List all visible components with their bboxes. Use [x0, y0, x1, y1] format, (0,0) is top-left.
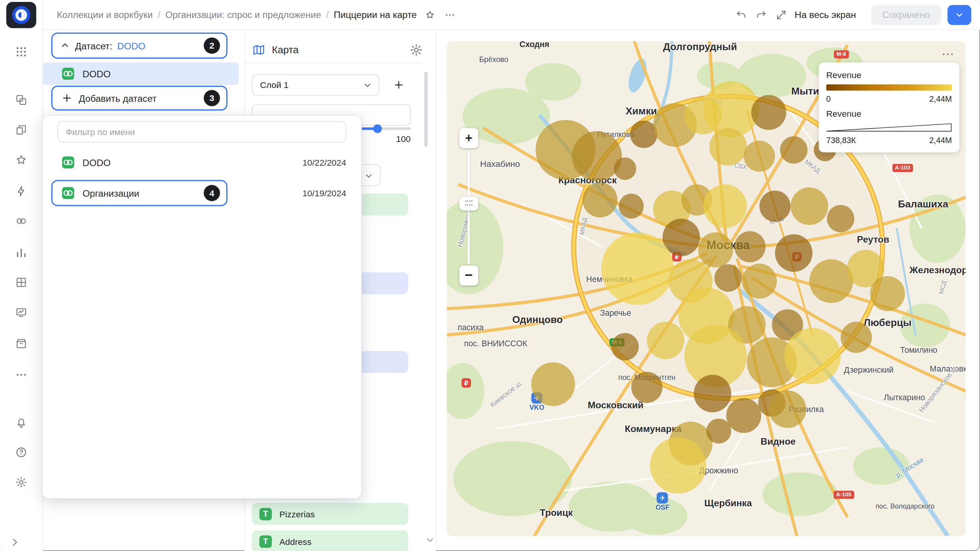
- dataset-item-date: 10/19/2024: [302, 188, 346, 198]
- field-chip-label: Address: [279, 536, 312, 546]
- revenue-bubble[interactable]: [780, 136, 808, 164]
- revenue-bubble[interactable]: [751, 95, 786, 130]
- revenue-bubble[interactable]: [694, 375, 731, 412]
- revenue-bubble[interactable]: [650, 437, 706, 494]
- legend-color-min: 0: [826, 95, 831, 104]
- monitoring-icon[interactable]: [15, 306, 28, 319]
- revenue-bubble[interactable]: [709, 128, 747, 166]
- help-icon[interactable]: [15, 446, 28, 459]
- dataset-icon: [61, 186, 75, 200]
- zoom-slider-handle[interactable]: [459, 197, 478, 210]
- settings-gear-icon[interactable]: [15, 476, 28, 489]
- slider-knob[interactable]: [373, 124, 382, 133]
- revenue-bubble[interactable]: [809, 259, 853, 303]
- map-chart[interactable]: СходняДолгопрудныйБрёховоМытищиХимкиПути…: [447, 41, 965, 536]
- dataset-value[interactable]: DODO: [117, 40, 145, 51]
- add-layer-button[interactable]: [388, 74, 410, 96]
- dataset-item-name: DODO: [83, 157, 111, 168]
- zoom-out-button[interactable]: −: [459, 266, 478, 285]
- dataset-list-item-selected[interactable]: DODO: [42, 62, 239, 85]
- revenue-bubble[interactable]: [775, 234, 812, 272]
- saved-button[interactable]: Сохранено: [871, 5, 941, 24]
- chart-settings-gear-icon[interactable]: [409, 43, 423, 57]
- revenue-bubble[interactable]: [714, 264, 742, 292]
- notifications-bell-icon[interactable]: [15, 416, 28, 429]
- dataset-dropdown: DODO 10/22/2024 10/19/2024 Организации 4: [42, 116, 361, 499]
- revenue-bubble[interactable]: [784, 328, 841, 384]
- divider: [245, 62, 420, 63]
- dataset-label: Датасет:: [75, 40, 112, 51]
- revenue-bubble[interactable]: [734, 231, 766, 262]
- breadcrumb: Коллекции и воркбуки/Организации: спрос …: [57, 9, 417, 20]
- editor-lightning-icon[interactable]: [15, 185, 28, 197]
- revenue-bubble[interactable]: [614, 157, 636, 180]
- dataset-filter-input[interactable]: [57, 121, 346, 143]
- more-actions-icon[interactable]: [443, 8, 457, 21]
- breadcrumb-item[interactable]: Коллекции и воркбуки: [57, 9, 153, 20]
- field-chip-address[interactable]: T Address: [252, 530, 408, 551]
- left-icon-rail: [0, 0, 43, 551]
- chart-type-label: Карта: [272, 44, 299, 55]
- revenue-bubble[interactable]: [742, 264, 777, 298]
- revenue-bubble[interactable]: [531, 362, 575, 406]
- revenue-bubble[interactable]: [601, 232, 674, 305]
- revenue-bubble[interactable]: [760, 191, 791, 222]
- revenue-bubble[interactable]: [631, 372, 663, 403]
- legend-color-gradient: [826, 84, 952, 90]
- revenue-bubble[interactable]: [827, 205, 854, 233]
- charts-icon[interactable]: [15, 246, 28, 259]
- breadcrumb-item[interactable]: Организации: спрос и предложение: [165, 9, 321, 20]
- map-legend: Revenue 0 2,44M Revenue 738,83К 2,44M: [819, 62, 959, 152]
- collections-icon[interactable]: [15, 94, 28, 106]
- fullscreen-label[interactable]: На весь экран: [795, 9, 856, 20]
- revenue-bubble[interactable]: [703, 184, 747, 228]
- revenue-bubble[interactable]: [744, 140, 775, 172]
- plus-icon: [61, 93, 72, 104]
- expand-panel-icon[interactable]: [9, 536, 21, 549]
- scroll-down-chevron-icon[interactable]: [425, 535, 435, 545]
- dataset-selector[interactable]: Датасет: DODO 2: [51, 33, 227, 59]
- datalens-logo[interactable]: [6, 2, 36, 28]
- map-more-icon[interactable]: ⋯: [939, 49, 957, 61]
- undo-icon[interactable]: [735, 8, 748, 21]
- dataset-item-date: 10/22/2024: [302, 157, 346, 167]
- field-chip-pizzerias[interactable]: T Pizzerias: [252, 503, 408, 525]
- revenue-bubble[interactable]: [611, 333, 639, 360]
- revenue-bubble[interactable]: [647, 322, 684, 359]
- chevron-up-icon: [60, 41, 70, 51]
- legend-size-min: 738,83К: [826, 135, 856, 145]
- breadcrumb-item[interactable]: Пиццерии на карте: [334, 9, 417, 20]
- revenue-bubble[interactable]: [583, 183, 617, 217]
- favorite-star-icon[interactable]: [423, 8, 437, 21]
- settings-scrollbar-thumb[interactable]: [425, 72, 428, 147]
- chevron-down-icon: [954, 10, 964, 20]
- text-field-icon: T: [260, 508, 272, 520]
- revenue-bubble[interactable]: [572, 131, 622, 181]
- revenue-bubble[interactable]: [791, 187, 828, 225]
- legend-color-title: Revenue: [826, 70, 952, 80]
- revenue-bubble[interactable]: [870, 276, 905, 311]
- revenue-bubble[interactable]: [698, 232, 733, 267]
- revenue-bubble[interactable]: [841, 322, 872, 353]
- save-menu-button[interactable]: [947, 5, 971, 24]
- dashboards-icon[interactable]: [15, 276, 28, 289]
- dataset-dropdown-item-org-highlight[interactable]: Организации 4: [51, 180, 227, 206]
- storage-icon[interactable]: [15, 337, 28, 350]
- layer-select[interactable]: Слой 1: [252, 74, 379, 96]
- fullscreen-icon[interactable]: [774, 8, 788, 21]
- add-dataset-button[interactable]: Добавить датасет 3: [51, 86, 227, 111]
- favorites-star-icon[interactable]: [15, 154, 28, 166]
- apps-grid-icon[interactable]: [15, 46, 28, 58]
- revenue-bubble[interactable]: [706, 419, 731, 443]
- legend-color-max: 2,44M: [929, 95, 952, 104]
- redo-icon[interactable]: [755, 8, 768, 21]
- more-icon[interactable]: [15, 368, 28, 381]
- revenue-bubble[interactable]: [726, 398, 761, 433]
- dataset-dropdown-item-dodo[interactable]: DODO 10/22/2024: [42, 149, 361, 176]
- revenue-bubble[interactable]: [769, 390, 806, 428]
- zoom-in-button[interactable]: +: [459, 128, 478, 148]
- breadcrumb-separator: /: [326, 9, 329, 20]
- workbooks-icon[interactable]: [15, 124, 28, 136]
- revenue-bubble[interactable]: [619, 194, 644, 218]
- datasets-icon[interactable]: [15, 215, 28, 228]
